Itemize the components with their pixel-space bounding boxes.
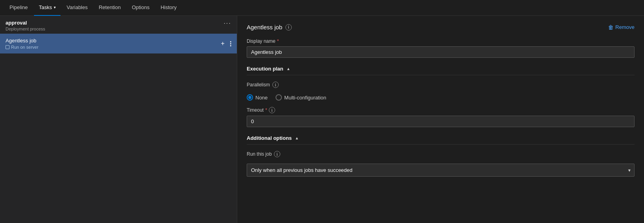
left-panel-header: approval Deployment process ··· [0,16,237,34]
parallelism-multi-option[interactable]: Multi-configuration [276,94,326,101]
parallelism-none-radio[interactable] [247,94,253,101]
panel-more-options-button[interactable]: ··· [224,20,231,27]
tasks-chevron-icon: ▾ [54,5,56,10]
timeout-label: Timeout * ℹ [247,107,635,113]
nav-retention[interactable]: Retention [94,0,126,16]
job-context-menu-button[interactable] [230,41,231,46]
execution-plan-chevron-icon[interactable]: ▲ [286,67,290,71]
server-icon [6,45,9,49]
timeout-input[interactable] [247,116,635,127]
agentless-job-item[interactable]: Agentless job Run on server + [0,34,237,53]
parallelism-row: Parallelism ℹ [247,82,635,88]
execution-plan-section-header: Execution plan ▲ [247,66,635,75]
run-this-job-row: Run this job ℹ [247,151,635,157]
parallelism-multi-label: Multi-configuration [284,95,326,101]
agentless-job-info-icon[interactable]: ℹ [285,24,292,30]
right-panel: Agentless job ℹ 🗑 Remove Display name * … [237,16,644,223]
job-item-actions: + [219,39,231,48]
nav-variables[interactable]: Variables [62,0,93,16]
add-task-button[interactable]: + [219,39,227,48]
run-this-job-info-icon[interactable]: ℹ [274,151,280,157]
timeout-info-icon[interactable]: ℹ [269,107,275,113]
parallelism-none-option[interactable]: None [247,94,268,101]
deployment-title: approval [6,20,45,26]
remove-button[interactable]: 🗑 Remove [608,24,635,30]
nav-tasks[interactable]: Tasks ▾ [34,0,60,16]
nav-pipeline[interactable]: Pipeline [5,0,32,16]
run-this-job-dropdown-wrapper: Only when all previous jobs have succeed… [247,164,635,177]
display-name-label: Display name * [247,38,635,44]
job-item-subtitle: Run on server [6,45,38,50]
deployment-subtitle: Deployment process [6,27,45,31]
run-this-job-label: Run this job [247,151,272,157]
parallelism-label: Parallelism [247,82,270,88]
run-this-job-select[interactable]: Only when all previous jobs have succeed… [247,164,635,177]
top-nav: Pipeline Tasks ▾ Variables Retention Opt… [0,0,644,16]
nav-options[interactable]: Options [127,0,154,16]
job-item-name: Agentless job [6,38,38,44]
right-panel-header: Agentless job ℹ 🗑 Remove [247,24,635,30]
display-name-input[interactable] [247,46,635,58]
parallelism-multi-radio[interactable] [276,94,282,101]
display-name-required: * [277,38,279,44]
additional-options-section-header: Additional options ▲ [247,135,635,145]
left-panel: approval Deployment process ··· Agentles… [0,16,237,223]
deployment-info: approval Deployment process [6,20,45,31]
panel-title: Agentless job ℹ [247,24,292,30]
additional-options-chevron-icon[interactable]: ▲ [295,136,299,140]
parallelism-radio-group: None Multi-configuration [247,94,635,101]
run-this-job-select-wrapper: Only when all previous jobs have succeed… [247,164,635,177]
job-item-info: Agentless job Run on server [6,38,38,50]
parallelism-none-label: None [255,95,268,101]
timeout-required: * [265,107,267,113]
remove-icon: 🗑 [608,24,614,30]
parallelism-info-icon[interactable]: ℹ [272,82,279,88]
nav-history[interactable]: History [156,0,181,16]
main-layout: approval Deployment process ··· Agentles… [0,16,644,223]
